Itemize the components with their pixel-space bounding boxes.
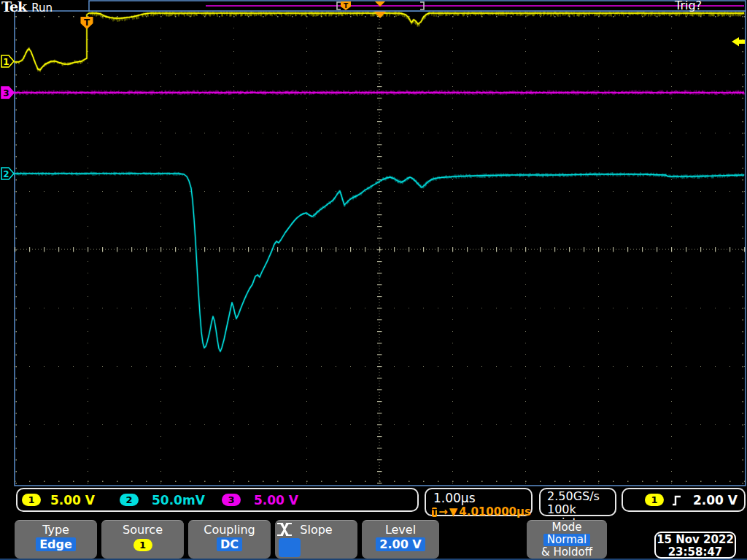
rising-edge-icon xyxy=(671,494,683,507)
svg-text:T: T xyxy=(344,2,349,9)
menu-source-badge: 1 xyxy=(133,539,152,551)
menu-level-button[interactable]: Level 2.00 V xyxy=(362,520,439,559)
menu-coupling-value: DC xyxy=(217,537,242,551)
sample-rate: 2.50GS/s xyxy=(541,489,615,503)
waveform-display: TT132 xyxy=(0,0,747,487)
acquisition-status: Run xyxy=(31,1,53,15)
ch3-badge: 3 xyxy=(222,494,241,506)
tek-logo: Tek xyxy=(1,0,26,15)
ch2-badge: 2 xyxy=(120,494,139,506)
slope-rising-option[interactable] xyxy=(279,538,301,557)
ch1-scale: 5.00 V xyxy=(50,493,95,508)
trigger-level-value: 2.00 V xyxy=(693,493,738,508)
marker-triangle-icon: ▼ xyxy=(449,505,458,518)
svg-text:T: T xyxy=(84,18,90,28)
timebase-box: 1.00µs T→▼4.010000µs xyxy=(425,488,533,516)
menu-source-button[interactable]: Source 1 xyxy=(101,520,184,559)
trigger-status: Trig? xyxy=(675,0,702,12)
menu-mode-extra: & Holdoff xyxy=(527,546,607,559)
trigger-source-badge: 1 xyxy=(645,494,664,506)
ch2-scale: 50.0mV xyxy=(152,493,205,508)
menu-type-title: Type xyxy=(15,523,97,537)
arrow-icon: → xyxy=(438,505,448,518)
time-label: 23:58:47 xyxy=(656,546,735,559)
ch3-scale: 5.00 V xyxy=(254,493,298,508)
menu-level-value: 2.00 V xyxy=(376,537,425,551)
header-left: TekRun xyxy=(1,0,53,15)
menu-source-title: Source xyxy=(101,523,184,537)
svg-text:3: 3 xyxy=(3,88,9,98)
menu-coupling-button[interactable]: Coupling DC xyxy=(188,520,271,559)
svg-text:2: 2 xyxy=(3,169,9,179)
svg-text:1: 1 xyxy=(3,57,9,67)
menu-coupling-title: Coupling xyxy=(188,523,271,537)
channel-readouts-box: 1 5.00 V 2 50.0mV 3 5.00 V xyxy=(16,488,419,512)
ch1-badge: 1 xyxy=(22,494,41,506)
oscilloscope-screen: TT132 TekRun Trig? 1 5.00 V 2 50.0mV 3 5… xyxy=(0,0,747,560)
menu-type-value: Edge xyxy=(36,537,76,551)
date-label: 15 Nov 2022 xyxy=(656,534,735,546)
menu-mode-button[interactable]: Mode Normal & Holdoff xyxy=(527,520,607,559)
timebase-scale: 1.00µs xyxy=(426,489,531,505)
menu-slope-button[interactable]: Slope xyxy=(275,520,357,559)
trigger-t-icon: T xyxy=(432,508,437,517)
trigger-readout-box: 1 2.00 V xyxy=(622,488,746,512)
trigger-delay-value: 4.010000µs xyxy=(459,505,531,518)
slope-either-icon xyxy=(275,521,294,538)
menu-level-title: Level xyxy=(362,523,439,537)
slope-either-option[interactable] xyxy=(333,538,355,557)
menu-mode-title: Mode xyxy=(527,521,607,534)
slope-falling-option[interactable] xyxy=(306,538,328,557)
menu-mode-value: Normal xyxy=(543,534,590,546)
acquisition-box: 2.50GS/s 100k points xyxy=(539,488,616,516)
menu-type-button[interactable]: Type Edge xyxy=(15,520,97,559)
datetime-box: 15 Nov 2022 23:58:47 xyxy=(654,532,736,559)
